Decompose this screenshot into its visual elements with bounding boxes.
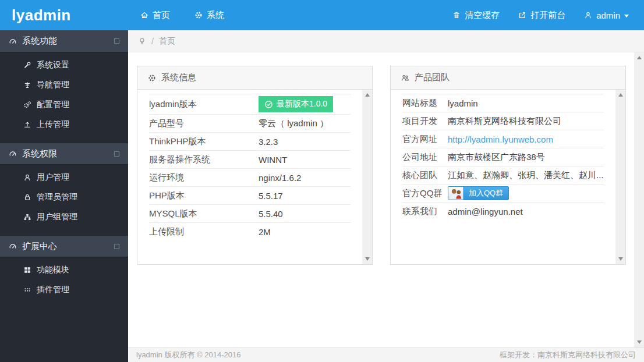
sidebar-section-extension-center[interactable]: 扩展中心 [0,235,128,257]
qq-button-label: 加入QQ群 [463,187,508,200]
badge-text: 最新版本1.0.0 [277,99,327,109]
panel-title: 系统信息 [161,72,196,83]
official-site-link[interactable]: http://lyadmin.lyunweb.com [448,134,553,144]
sidebar-item-config-management[interactable]: 配置管理 [0,95,128,115]
sidebar-item-admin-management[interactable]: 管理员管理 [0,187,128,207]
sidebar-item-system-settings[interactable]: 系统设置 [0,55,128,75]
sidebar-item-function-modules[interactable]: 功能模块 [0,260,128,280]
app-window: lyadmin 首页系统 清空缓存打开前台 admin 系统功能系统设置导航管理… [0,0,644,362]
table-row: ThinkPHP版本3.2.3 [149,132,351,150]
row-value: 江如意、赵瀚卿、张玥、潘美红、赵川... [448,170,604,181]
signpost-icon [23,81,31,89]
item-label: 配置管理 [37,100,69,110]
panel-scrollbar[interactable] [362,90,372,264]
main-area: / 首页 系统信息 lyadmin版本最新版本1.0.0产品型号零云（ lyad… [128,30,644,362]
row-value: lyadmin [448,98,478,108]
product-team-panel-body: 网站标题lyadmin项目开发南京科斯克网络科技有限公司官方网址http://l… [391,90,625,264]
external-link-icon [518,11,526,19]
sidebar: 系统功能系统设置导航管理配置管理上传管理系统权限用户管理管理员管理用户组管理扩展… [0,30,128,362]
scroll-up-arrow-icon[interactable] [365,93,370,97]
row-value: WINNT [259,155,287,165]
row-label: 产品型号 [149,118,259,129]
item-label: 插件管理 [37,285,69,295]
breadcrumb-separator: / [151,37,154,46]
table-row: 官方网址http://lyadmin.lyunweb.com [402,130,604,148]
clear-cache-button[interactable]: 清空缓存 [443,10,509,21]
scroll-up-arrow-icon[interactable] [618,93,623,97]
gear-icon [194,11,203,19]
system-info-panel-header: 系统信息 [137,66,372,90]
item-label: 上传管理 [37,119,69,130]
table-row: 上传限制2M [149,222,351,240]
top-navigation: 首页系统 [128,0,236,30]
table-row: 项目开发南京科斯克网络科技有限公司 [402,112,604,130]
row-label: 网站标题 [402,98,448,109]
topbar-right: 清空缓存打开前台 admin [443,0,644,30]
sidebar-section-system-functions[interactable]: 系统功能 [0,30,128,52]
product-team-panel-header: 产品团队 [391,66,625,90]
gears-icon [23,101,31,109]
section-label: 系统权限 [22,148,57,159]
table-row: 运行环境nginx/1.6.2 [149,168,351,186]
caret-down-icon [624,15,629,17]
row-label: 官方QQ群 [402,188,448,199]
nav-system[interactable]: 系统 [182,0,236,30]
user-menu[interactable]: admin [575,10,635,20]
wrench-icon [23,61,31,69]
topbar: lyadmin 首页系统 清空缓存打开前台 admin [0,0,644,30]
sitemap-icon [23,213,31,221]
join-qq-group-button[interactable]: 加入QQ群 [448,186,509,200]
open-frontend-button[interactable]: 打开前台 [509,10,575,21]
item-label: 系统设置 [37,60,69,70]
system-info-panel-body: lyadmin版本最新版本1.0.0产品型号零云（ lyadmin ）Think… [137,90,372,264]
row-value: 2M [259,227,271,237]
table-row: lyadmin版本最新版本1.0.0 [149,94,351,114]
sidebar-item-user-group-management[interactable]: 用户组管理 [0,207,128,227]
check-circle-icon [264,100,273,109]
sidebar-item-plugin-management[interactable]: 插件管理 [0,280,128,300]
nav-label: 系统 [207,10,224,21]
row-value: 3.2.3 [259,137,278,147]
collapse-toggle-icon [114,151,119,157]
row-label: 上传限制 [149,226,259,237]
table-row: MYSQL版本5.5.40 [149,204,351,222]
collapse-toggle-icon [114,244,119,249]
table-row: 网站标题lyadmin [402,94,604,112]
action-label: 清空缓存 [465,10,500,21]
app-logo[interactable]: lyadmin [0,0,128,30]
table-row: 联系我们admin@lingyun.net [402,202,604,220]
collapse-toggle-icon [114,38,119,44]
table-row: 官方QQ群加入QQ群 [402,184,604,202]
panel-title: 产品团队 [415,72,450,83]
sidebar-section-system-permissions[interactable]: 系统权限 [0,143,128,165]
panel-scrollbar[interactable] [615,90,625,264]
page-scrollbar[interactable] [634,52,644,347]
row-label: 联系我们 [402,206,448,217]
row-label: 核心团队 [402,170,448,181]
row-value: 南京科斯克网络科技有限公司 [448,116,561,127]
user-name: admin [596,10,620,20]
sidebar-item-upload-management[interactable]: 上传管理 [0,115,128,134]
gauge-icon [9,242,17,250]
nav-home[interactable]: 首页 [128,0,182,30]
sidebar-item-user-management[interactable]: 用户管理 [0,168,128,187]
content-area: 系统信息 lyadmin版本最新版本1.0.0产品型号零云（ lyadmin ）… [128,52,644,347]
action-label: 打开前台 [530,10,565,21]
qq-avatar-icon [448,187,463,200]
breadcrumb-home-link[interactable]: 首页 [159,36,175,47]
trash-icon [452,11,461,19]
scroll-down-arrow-icon[interactable] [365,257,370,261]
lock-icon [23,193,31,201]
dots-icon [23,286,31,294]
copyright-text: lyadmin 版权所有 © 2014-2016 [136,350,240,360]
sidebar-item-navigation-management[interactable]: 导航管理 [0,75,128,95]
scroll-down-arrow-icon[interactable] [637,340,642,344]
nav-label: 首页 [153,10,170,21]
row-value: 5.5.17 [259,191,283,201]
scroll-down-arrow-icon[interactable] [618,257,623,261]
gauge-icon [9,150,17,158]
item-label: 用户管理 [37,172,69,183]
row-label: PHP版本 [149,190,259,201]
scroll-up-arrow-icon[interactable] [637,56,642,59]
row-value: admin@lingyun.net [448,207,523,217]
